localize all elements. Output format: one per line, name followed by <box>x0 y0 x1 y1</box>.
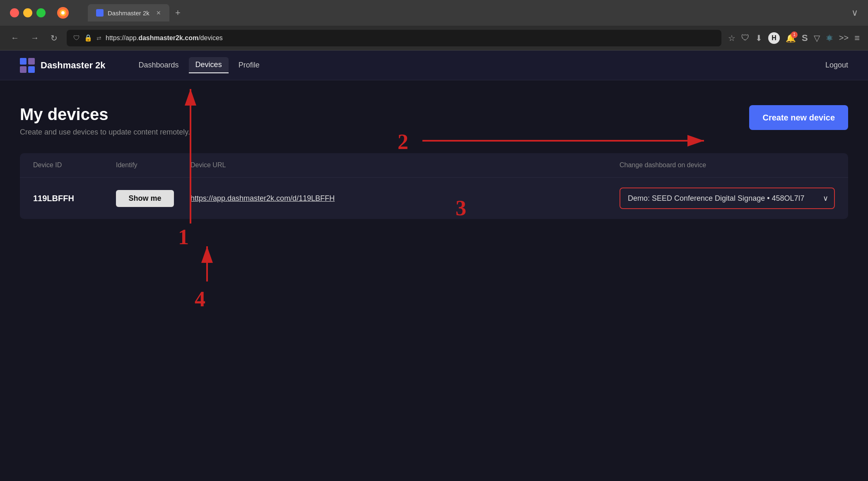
download-icon[interactable]: ⬇ <box>755 33 762 43</box>
table-header: Device ID Identify Device URL Change das… <box>20 153 848 178</box>
lock-icon: 🔒 <box>84 34 92 42</box>
tab-close-button[interactable]: ✕ <box>156 10 161 16</box>
nav-links: Dashboards Devices Profile <box>132 57 805 73</box>
tab-bar: Dashmaster 2k ✕ + <box>88 4 845 22</box>
new-tab-button[interactable]: + <box>175 7 181 18</box>
dashboard-select[interactable]: Demo: SEED Conference Digital Signage • … <box>620 188 835 209</box>
routing-icon: ⇄ <box>96 35 101 41</box>
svg-point-2 <box>61 11 65 14</box>
browser-icon <box>56 6 70 19</box>
extension-icon[interactable]: >> <box>839 33 849 43</box>
main-content: My devices Create and use devices to upd… <box>0 80 868 236</box>
minimize-window-button[interactable] <box>23 8 32 17</box>
addon-badge-icon[interactable]: 🔔 1 <box>786 33 796 43</box>
page-header-left: My devices Create and use devices to upd… <box>20 105 190 137</box>
star-icon[interactable]: ☆ <box>728 33 735 43</box>
table-row: 119LBFFH Show me https://app.dashmaster2… <box>20 178 848 219</box>
tab-title: Dashmaster 2k <box>108 10 149 17</box>
window-chevron: ∨ <box>851 7 858 18</box>
device-url-link[interactable]: https://app.dashmaster2k.com/d/119LBFFH <box>190 194 620 203</box>
nav-profile[interactable]: Profile <box>232 58 266 73</box>
pocket-icon[interactable]: 🛡 <box>741 33 750 43</box>
maximize-window-button[interactable] <box>36 8 46 17</box>
page-subtitle: Create and use devices to update content… <box>20 128 190 137</box>
tab-favicon <box>96 9 104 17</box>
show-me-button[interactable]: Show me <box>116 190 174 207</box>
logo-sq-4 <box>28 66 35 73</box>
triangle-icon[interactable]: ▽ <box>814 33 820 43</box>
nav-dashboards[interactable]: Dashboards <box>132 58 186 73</box>
address-bar[interactable]: 🛡 🔒 ⇄ https://app.dashmaster2k.com/devic… <box>67 30 721 46</box>
app-container: Dashmaster 2k Dashboards Devices Profile… <box>0 51 868 481</box>
refresh-button[interactable]: ↻ <box>48 31 60 46</box>
logout-button[interactable]: Logout <box>825 61 848 70</box>
col-header-change-dashboard: Change dashboard on device <box>620 161 835 169</box>
toolbar-icons: ☆ 🛡 ⬇ H 🔔 1 S ▽ ⚛ >> ≡ <box>728 32 860 44</box>
page-header: My devices Create and use devices to upd… <box>20 105 848 137</box>
s-icon[interactable]: S <box>802 33 808 43</box>
logo-icon <box>20 58 35 73</box>
logo-sq-2 <box>28 58 35 65</box>
devices-table: Device ID Identify Device URL Change das… <box>20 153 848 219</box>
device-id-value: 119LBFFH <box>33 194 116 203</box>
traffic-lights <box>10 8 46 17</box>
forward-button[interactable]: → <box>28 31 41 45</box>
hamburger-menu[interactable]: ≡ <box>854 33 860 43</box>
app-navbar: Dashmaster 2k Dashboards Devices Profile… <box>0 51 868 80</box>
close-window-button[interactable] <box>10 8 19 17</box>
logo-sq-3 <box>20 66 27 73</box>
col-header-device-id: Device ID <box>33 161 116 169</box>
browser-toolbar: ← → ↻ 🛡 🔒 ⇄ https://app.dashmaster2k.com… <box>0 26 868 51</box>
app-logo-title: Dashmaster 2k <box>41 60 106 71</box>
nav-devices[interactable]: Devices <box>189 57 229 73</box>
col-header-identify: Identify <box>116 161 190 169</box>
url-text: https://app.dashmaster2k.com/devices <box>106 34 223 42</box>
app-logo: Dashmaster 2k <box>20 58 106 73</box>
hypothesis-icon[interactable]: H <box>768 32 780 44</box>
active-tab[interactable]: Dashmaster 2k ✕ <box>88 4 169 22</box>
dashboard-select-wrapper: Demo: SEED Conference Digital Signage • … <box>620 188 835 209</box>
create-new-device-button[interactable]: Create new device <box>749 105 848 130</box>
col-header-device-url: Device URL <box>190 161 620 169</box>
react-icon[interactable]: ⚛ <box>826 33 833 43</box>
browser-titlebar: Dashmaster 2k ✕ + ∨ <box>0 0 868 26</box>
back-button[interactable]: ← <box>8 31 22 45</box>
security-icon: 🛡 <box>73 34 80 42</box>
page-title: My devices <box>20 105 190 124</box>
logo-sq-1 <box>20 58 27 65</box>
